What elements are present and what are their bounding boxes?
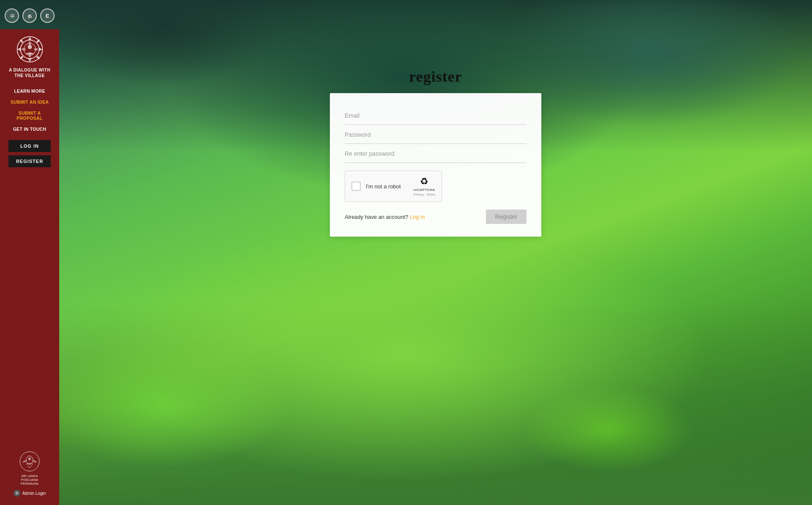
admin-login-link[interactable]: ⚙ Admin Login [14, 490, 46, 497]
lang-english[interactable]: E [40, 8, 55, 23]
svg-point-3 [27, 45, 32, 49]
sidebar-item-submit-proposal[interactable]: SUBMIT A PROPOSAL [4, 108, 55, 123]
already-account-text: Already have an account? Log in [345, 214, 425, 220]
svg-point-7 [34, 48, 38, 50]
admin-login-icon: ⚙ [14, 490, 20, 497]
register-button[interactable]: REGISTER [8, 155, 51, 167]
svg-point-6 [22, 48, 26, 50]
sidebar-panel: A DIALOGUE WITH THE VILLAGE LEARN MORE S… [0, 29, 59, 505]
captcha-branding: ♻ reCAPTCHA Privacy - Terms [413, 176, 435, 196]
captcha-label: I'm not a robot [366, 183, 408, 190]
org-logo [19, 451, 40, 472]
login-link[interactable]: Log in [410, 214, 425, 220]
svg-point-4 [29, 41, 31, 45]
register-form: I'm not a robot ♻ reCAPTCHA Privacy - Te… [330, 93, 541, 237]
sidebar-nav: LEARN MORE SUBMIT AN IDEA SUBMIT A PROPO… [4, 86, 55, 134]
captcha-widget[interactable]: I'm not a robot ♻ reCAPTCHA Privacy - Te… [345, 171, 442, 202]
language-selector: ශ த E [0, 0, 59, 29]
sidebar-item-learn-more[interactable]: LEARN MORE [4, 86, 55, 96]
lang-tamil[interactable]: த [22, 8, 37, 23]
register-title: register [409, 68, 462, 86]
sidebar-logo [16, 36, 44, 63]
main-content: register I'm not a robot ♻ reCAPTCHA [59, 0, 812, 505]
sidebar-item-get-in-touch[interactable]: GET IN TOUCH [4, 124, 55, 134]
sidebar-item-submit-idea[interactable]: SUBMIT AN IDEA [4, 97, 55, 107]
password-input[interactable] [345, 129, 527, 140]
svg-point-8 [20, 452, 39, 471]
email-input[interactable] [345, 110, 527, 121]
org-name: SRI LANKA PODUJANA PERAMUNA [21, 474, 38, 486]
sidebar: ශ த E [0, 0, 59, 505]
password-field [345, 125, 527, 144]
captcha-checkbox[interactable] [351, 182, 361, 191]
register-submit-button[interactable]: Register [486, 210, 527, 224]
form-footer: Already have an account? Log in Register [345, 210, 527, 224]
login-button[interactable]: LOG IN [8, 140, 51, 152]
email-field [345, 106, 527, 125]
captcha-links: Privacy - Terms [413, 193, 435, 196]
svg-point-10 [28, 458, 31, 460]
svg-point-5 [29, 53, 31, 58]
recaptcha-icon: ♻ [420, 176, 428, 187]
reenter-password-input[interactable] [345, 148, 527, 159]
captcha-brand: reCAPTCHA [414, 188, 435, 192]
lang-sinhala[interactable]: ශ [5, 8, 19, 23]
sidebar-bottom: SRI LANKA PODUJANA PERAMUNA ⚙ Admin Logi… [14, 444, 46, 497]
register-container: register I'm not a robot ♻ reCAPTCHA [330, 68, 541, 237]
reenter-password-field [345, 144, 527, 163]
sidebar-title: A DIALOGUE WITH THE VILLAGE [4, 67, 55, 78]
admin-login-label: Admin Login [22, 491, 46, 496]
